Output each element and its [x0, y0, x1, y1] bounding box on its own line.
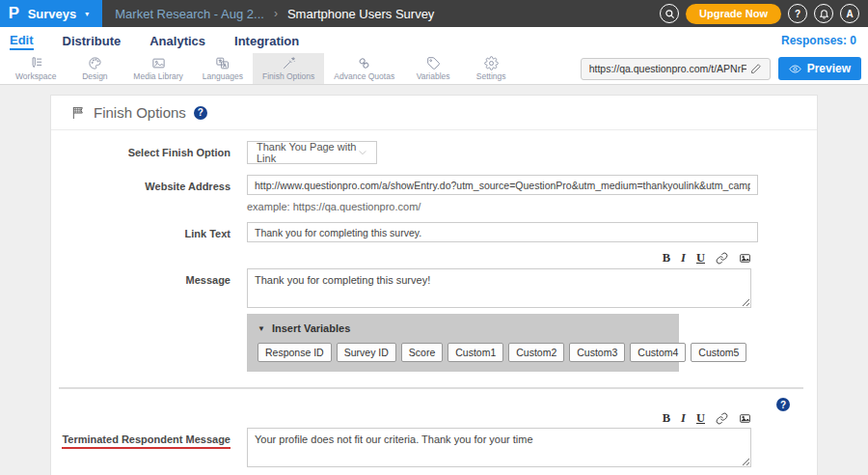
toolbar-item-settings[interactable]: Settings — [462, 53, 520, 84]
upgrade-now-button[interactable]: Upgrade Now — [686, 4, 781, 24]
underline-button[interactable]: U — [696, 251, 705, 265]
insert-variables-header[interactable]: ▼ Insert Variables — [258, 322, 668, 334]
finish-option-select[interactable]: Thank You Page with Link — [247, 141, 377, 164]
search-button[interactable] — [660, 4, 679, 23]
variable-button-custom3[interactable]: Custom3 — [569, 343, 625, 362]
variable-button-custom5[interactable]: Custom5 — [691, 343, 746, 362]
message-textarea[interactable]: Thank you for completing this survey! — [247, 268, 751, 308]
page-title: Finish Options — [94, 104, 186, 121]
image-icon[interactable] — [739, 412, 751, 425]
top-bar: P Surveys ▾ Market Research - Aug 2... ›… — [0, 0, 868, 27]
bell-icon — [819, 9, 829, 19]
toolbar-item-languages[interactable]: Languages — [193, 53, 253, 84]
italic-button[interactable]: I — [681, 251, 686, 265]
italic-button[interactable]: I — [681, 411, 686, 426]
website-address-example: example: https://qa.questionpro.com/ — [247, 201, 758, 212]
variables-icon — [426, 56, 441, 70]
breadcrumb-survey-title: Smartphone Users Survey — [287, 7, 434, 21]
insert-variables-panel: ▼ Insert Variables Response ID Survey ID… — [247, 314, 679, 372]
variable-button-response-id[interactable]: Response ID — [258, 343, 332, 362]
edit-toolbar: Workspace Design Media Library Languages… — [0, 53, 868, 85]
bold-button[interactable]: B — [663, 251, 670, 265]
terminated-message-row: Terminated Respondent Message Your profi… — [51, 428, 817, 471]
select-finish-option-row: Select Finish Option Thank You Page with… — [51, 141, 817, 164]
notifications-button[interactable] — [814, 4, 833, 23]
survey-url-box[interactable]: https://qa.questionpro.com/t/APNrFZgQ — [581, 58, 771, 80]
link-text-input[interactable] — [247, 222, 758, 242]
surveys-menu[interactable]: P Surveys ▾ — [0, 0, 102, 27]
toolbar-item-media-library[interactable]: Media Library — [123, 53, 193, 84]
chevron-down-icon — [358, 147, 367, 158]
bold-button[interactable]: B — [663, 411, 670, 426]
caret-down-icon: ▼ — [258, 324, 265, 333]
main-nav: Edit Distribute Analytics Integration Re… — [0, 27, 868, 53]
message-row: Message Thank you for completing this su… — [51, 268, 817, 312]
link-text-row: Link Text — [51, 222, 817, 242]
survey-url: https://qa.questionpro.com/t/APNrFZgQ — [589, 63, 746, 74]
variable-button-survey-id[interactable]: Survey ID — [337, 343, 396, 362]
nav-tab-analytics[interactable]: Analytics — [149, 32, 205, 48]
toolbar-item-design[interactable]: Design — [66, 53, 123, 84]
variable-button-custom1[interactable]: Custom1 — [448, 343, 503, 362]
terminated-format-toolbar: B I U — [51, 411, 751, 426]
finish-options-card: Finish Options ? Select Finish Option Th… — [50, 95, 818, 475]
finish-options-icon — [282, 56, 296, 70]
terminated-message-textarea[interactable]: Your profile does not fit our criteria. … — [247, 428, 751, 467]
content-area: Finish Options ? Select Finish Option Th… — [0, 85, 868, 475]
product-name: Surveys — [28, 7, 77, 21]
search-icon — [665, 9, 675, 19]
languages-icon — [215, 56, 230, 70]
breadcrumb: Market Research - Aug 2... › Smartphone … — [115, 7, 434, 21]
topbar-actions: Upgrade Now ? A — [660, 4, 868, 24]
help-button[interactable]: ? — [788, 4, 807, 23]
toolbar-right: https://qa.questionpro.com/t/APNrFZgQ Pr… — [581, 53, 868, 84]
preview-button[interactable]: Preview — [778, 57, 861, 80]
responses-count[interactable]: Responses: 0 — [781, 34, 868, 47]
toolbar-item-advance-quotas[interactable]: Advance Quotas — [324, 53, 404, 84]
questionpro-logo: P — [9, 5, 19, 22]
message-label: Message — [51, 268, 231, 286]
variable-button-custom4[interactable]: Custom4 — [630, 343, 686, 362]
workspace-icon — [29, 56, 43, 70]
edit-url-icon[interactable] — [750, 63, 762, 74]
breadcrumb-separator-icon: › — [274, 7, 278, 20]
toolbar-item-variables[interactable]: Variables — [404, 53, 462, 84]
advance-quotas-icon — [357, 56, 371, 70]
select-finish-option-label: Select Finish Option — [51, 141, 231, 158]
website-address-row: Website Address example: https://qa.ques… — [51, 175, 817, 212]
caret-down-icon: ▾ — [85, 10, 89, 18]
terminated-help-icon[interactable]: ? — [776, 398, 790, 411]
terminated-help-row: ? — [51, 389, 817, 411]
variable-button-custom2[interactable]: Custom2 — [508, 343, 564, 362]
nav-tab-integration[interactable]: Integration — [234, 32, 299, 48]
link-icon[interactable] — [716, 252, 728, 265]
eye-icon — [789, 63, 801, 75]
avatar[interactable]: A — [840, 4, 859, 23]
toolbar-item-workspace[interactable]: Workspace — [6, 53, 66, 84]
link-text-label: Link Text — [51, 222, 231, 239]
media-library-icon — [151, 56, 166, 70]
card-header: Finish Options ? — [51, 96, 817, 130]
underline-button[interactable]: U — [696, 411, 705, 426]
settings-icon — [484, 56, 499, 70]
finish-options-help-icon[interactable]: ? — [194, 106, 207, 120]
message-format-toolbar: B I U — [51, 251, 751, 265]
variable-button-score[interactable]: Score — [401, 343, 443, 362]
flag-icon — [70, 105, 86, 121]
website-address-label: Website Address — [51, 175, 231, 192]
nav-tab-edit[interactable]: Edit — [10, 31, 34, 50]
nav-tab-distribute[interactable]: Distribute — [63, 32, 122, 48]
design-icon — [88, 56, 102, 70]
website-address-input[interactable] — [247, 175, 758, 195]
breadcrumb-folder[interactable]: Market Research - Aug 2... — [115, 7, 264, 21]
toolbar-item-finish-options[interactable]: Finish Options — [253, 53, 324, 84]
image-icon[interactable] — [739, 252, 751, 265]
variable-buttons: Response ID Survey ID Score Custom1 Cust… — [258, 343, 668, 362]
terminated-message-label: Terminated Respondent Message — [51, 428, 231, 449]
link-icon[interactable] — [716, 412, 728, 425]
